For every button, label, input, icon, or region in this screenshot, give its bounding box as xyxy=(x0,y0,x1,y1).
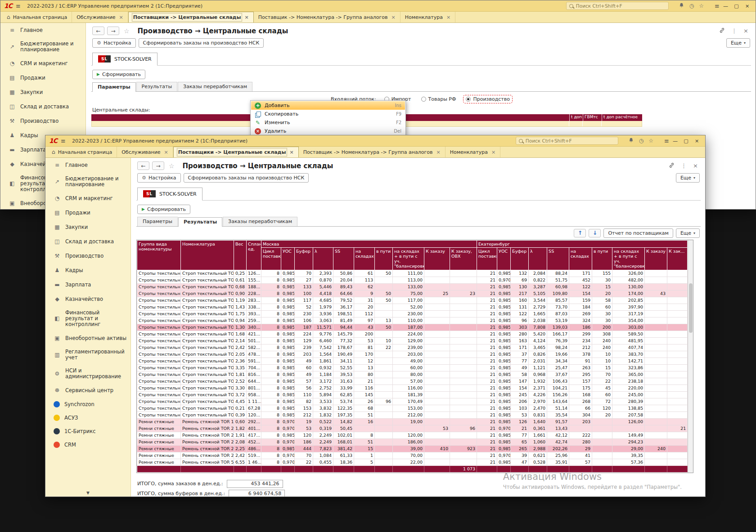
cell[interactable]: 2,084 xyxy=(529,270,547,277)
service-menu-icon[interactable]: ≡ xyxy=(664,138,669,144)
table-row[interactable]: Стропы текстильные (...Строп текстильный… xyxy=(137,324,688,331)
cell[interactable]: 56 xyxy=(295,384,313,391)
table-row[interactable]: Стропы текстильные (...Строп текстильный… xyxy=(137,277,688,283)
cell[interactable]: Стропы текстильные (... xyxy=(137,364,181,371)
column-header[interactable]: Номенклатура xyxy=(181,240,234,270)
cell[interactable]: 259... xyxy=(247,317,261,324)
cell[interactable] xyxy=(424,432,450,438)
table-row[interactable]: Стропы текстильные (...Строп текстильный… xyxy=(137,337,688,344)
column-header[interactable]: на складах xyxy=(569,247,592,270)
column-header[interactable]: Буфер xyxy=(511,247,529,270)
cell[interactable]: 317,19 xyxy=(612,310,645,317)
cell[interactable]: 3,936 xyxy=(313,310,333,317)
cell[interactable] xyxy=(667,391,688,398)
table-row[interactable]: Стропы текстильные (...Строп текстильный… xyxy=(137,364,688,371)
cell[interactable]: 15 xyxy=(592,283,612,290)
sidebar-item-sklad-dostavka[interactable]: ◫Склад и доставка xyxy=(0,99,86,114)
cell[interactable]: 113,00 xyxy=(393,277,424,283)
cell[interactable]: 8 xyxy=(261,290,281,297)
cell[interactable]: 153 xyxy=(295,405,313,411)
cell[interactable]: 10 xyxy=(592,351,612,358)
cell[interactable]: 1,43 xyxy=(234,304,247,310)
cell[interactable]: 21 xyxy=(477,317,497,324)
cell[interactable] xyxy=(424,398,450,405)
cell[interactable]: 49 xyxy=(295,371,313,378)
cell[interactable] xyxy=(424,371,450,378)
link-icon[interactable] xyxy=(719,27,725,35)
cell[interactable]: 292... xyxy=(247,418,261,425)
column-header[interactable]: К зак... xyxy=(667,247,688,270)
cell[interactable]: 149,49 xyxy=(612,432,645,438)
sidebar-more-icon[interactable]: ▼ xyxy=(45,489,130,496)
cell[interactable] xyxy=(424,405,450,411)
column-header[interactable]: SS xyxy=(547,247,569,270)
cell[interactable] xyxy=(667,358,688,364)
cell[interactable]: 110 xyxy=(295,391,313,398)
cell[interactable]: 21 xyxy=(477,277,497,283)
cell[interactable]: 22 xyxy=(592,378,612,384)
cell[interactable]: 8 xyxy=(261,418,281,425)
cell[interactable]: 132 xyxy=(511,270,529,277)
cell[interactable]: Строп текстильный TOR C... xyxy=(181,378,234,384)
cell[interactable]: 91 xyxy=(569,358,592,364)
cell[interactable]: 200 xyxy=(354,331,375,337)
cell[interactable]: 154 xyxy=(511,384,529,391)
cell[interactable]: 8 xyxy=(261,283,281,290)
cell[interactable]: 0,522 xyxy=(313,418,333,425)
cell[interactable]: 41 xyxy=(569,452,592,459)
cell[interactable]: 139,03 xyxy=(547,324,569,331)
cell[interactable]: 21 xyxy=(477,425,497,432)
cell[interactable]: 923 xyxy=(450,445,477,452)
cell[interactable]: 202,26 xyxy=(547,445,569,452)
cell[interactable]: 8 xyxy=(261,331,281,337)
cell[interactable]: 1,832 xyxy=(313,411,333,418)
cell[interactable]: 96 xyxy=(511,317,529,324)
cell[interactable]: Ремень стяжной TOR 2,5/... xyxy=(181,425,234,432)
cell[interactable]: 8 xyxy=(261,371,281,378)
cell[interactable]: 1,661 xyxy=(529,432,547,438)
cell[interactable]: 1,75 xyxy=(234,310,247,317)
cell[interactable]: Строп текстильный TOR C... xyxy=(181,364,234,371)
cell[interactable]: 34,11 xyxy=(333,358,354,364)
sidebar-item-zarplata[interactable]: ▬Зарплата xyxy=(45,277,130,292)
cell[interactable]: 9,776 xyxy=(313,331,333,337)
cell[interactable]: 0,985 xyxy=(497,384,511,391)
cell[interactable]: 130,00 xyxy=(612,283,645,290)
cell[interactable]: 72 xyxy=(592,398,612,405)
cell[interactable] xyxy=(667,344,688,351)
cell[interactable]: 29 xyxy=(569,445,592,452)
cell[interactable]: 15 xyxy=(354,445,375,452)
cell[interactable]: Строп текстильный TOR C... xyxy=(181,304,234,310)
subtab-2[interactable]: Заказы переработчикам xyxy=(178,82,252,91)
cell[interactable] xyxy=(645,371,667,378)
cell[interactable] xyxy=(645,459,667,465)
cell[interactable]: 31 xyxy=(354,297,375,304)
cell[interactable]: 8 xyxy=(261,391,281,398)
cell[interactable]: 8 xyxy=(261,337,281,344)
column-header[interactable]: SS xyxy=(333,247,354,270)
cell[interactable]: 401... xyxy=(247,425,261,432)
cell[interactable]: Строп текстильный TOR C... xyxy=(181,331,234,337)
cell[interactable]: 8 xyxy=(261,445,281,452)
cell[interactable]: 0,621 xyxy=(529,452,547,459)
radio-proizvodstvo[interactable]: Производство xyxy=(464,96,511,103)
cell[interactable]: 230,00 xyxy=(393,310,424,317)
cell[interactable] xyxy=(645,331,667,337)
cell[interactable]: 268 xyxy=(569,398,592,405)
cell[interactable]: 117,00 xyxy=(393,297,424,304)
sidebar-item-service-center[interactable]: ☸Сервисный центр xyxy=(45,383,130,398)
cell[interactable]: 22 xyxy=(295,459,313,465)
cell[interactable]: 13,43 xyxy=(547,425,569,432)
cell[interactable]: 75,00 xyxy=(393,290,424,297)
favorite-star-icon[interactable]: ☆ xyxy=(169,162,175,170)
cell[interactable]: Строп текстильный TOR C... xyxy=(181,398,234,405)
cell[interactable]: 0,985 xyxy=(281,277,295,283)
cell[interactable]: 39,35 xyxy=(612,452,645,459)
sidebar-item-reglament[interactable]: ▥Регламентированный учет xyxy=(45,345,130,364)
cell[interactable]: 228... xyxy=(247,290,261,297)
cell[interactable]: 174,00 xyxy=(612,290,645,297)
cell[interactable]: 22 xyxy=(375,344,393,351)
cell[interactable]: 1,184 xyxy=(313,371,333,378)
cell[interactable]: 589,50 xyxy=(612,331,645,337)
cell[interactable]: 7,542 xyxy=(313,344,333,351)
